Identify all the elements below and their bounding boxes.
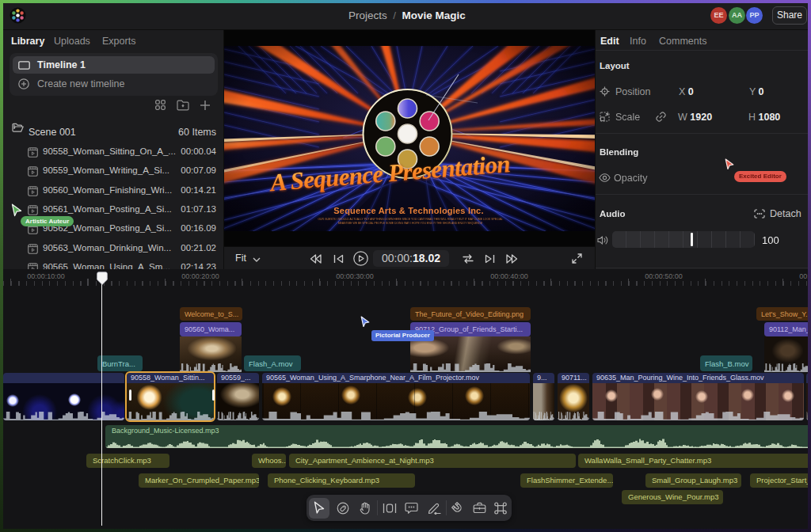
svg-text:OUR GUESTS I SHOULD ACTUALLY P: OUR GUESTS I SHOULD ACTUALLY PUT ANYTHIN… bbox=[318, 218, 502, 221]
svg-text:MEANTIME WE BE SPECIAL PEOPLE: MEANTIME WE BE SPECIAL PEOPLE SOME DOING… bbox=[338, 222, 483, 225]
svg-text:Sequence Arts & Technologies I: Sequence Arts & Technologies Inc. bbox=[333, 206, 483, 215]
